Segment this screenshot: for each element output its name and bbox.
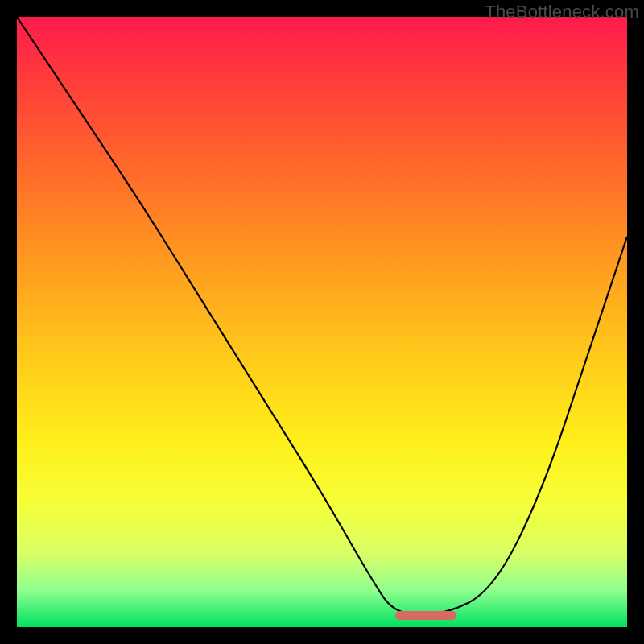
bottleneck-curve	[17, 17, 627, 627]
watermark-text: TheBottleneck.com	[485, 2, 639, 23]
chart-plot-area	[17, 17, 627, 627]
curve-path	[17, 17, 627, 615]
optimal-range-marker	[395, 611, 456, 620]
